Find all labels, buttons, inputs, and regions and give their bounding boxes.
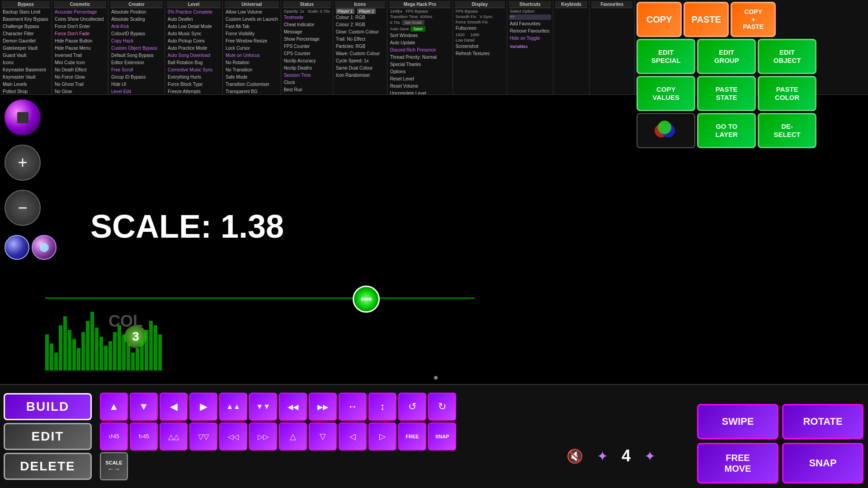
creator-copy-hack[interactable]: Copy Hack [110,38,163,45]
icons-cycle-speed[interactable]: Cycle Speed: 1x [335,57,385,65]
bypass-basement-key[interactable]: Basement Key Bypass [2,16,50,23]
megahack-sort-windows[interactable]: Sort Windows [389,32,451,39]
move-up-far-button[interactable]: ▲▲ [219,393,247,421]
cosmetic-mini-cube[interactable]: Mini Cube Icon [54,59,106,66]
flip-vertical-button[interactable]: ↕ [368,393,396,421]
level-auto-pickup-coins[interactable]: Auto Pickup Coins [167,38,221,45]
level-auto-music-sync[interactable]: Auto Music Sync [167,30,221,38]
status-session-time[interactable]: Session Time [283,72,331,79]
status-clock[interactable]: Clock [283,79,331,86]
level-force-block-type[interactable]: Force Block Type [167,81,221,88]
level-auto-practice-mode[interactable]: Auto Practice Mode [167,45,221,52]
rotate-button[interactable]: ROTATE [782,404,863,439]
move-small-left-button[interactable]: ◁ [339,422,367,450]
megahack-reset-level[interactable]: Reset Level [389,75,451,83]
flip-horizontal-button[interactable]: ↔ [339,393,367,421]
right-half-button[interactable]: ▷▷ [249,422,277,450]
cosmetic-inversed-trail[interactable]: Inversed Trail [54,52,106,59]
paste-state-button[interactable]: PASTESTATE [697,76,756,111]
megahack-reset-volume[interactable]: Reset Volume [389,83,451,90]
bypass-main-levels[interactable]: Main Levels [2,81,50,88]
rotate-ccw-button[interactable]: ↺ [398,393,426,421]
cosmetic-no-force-glow[interactable]: No Force Glow [54,74,106,81]
bypass-challenge[interactable]: Challenge Bypass [2,23,50,30]
scale-transform-button[interactable]: SCALE ←→ [100,452,128,480]
cosmetic-hide-pause-btn[interactable]: Hide Pause Button [54,38,106,45]
left-half-button[interactable]: ◁◁ [219,422,247,450]
universal-fast-alt-tab[interactable]: Fast Alt-Tab [225,23,279,30]
deselect-button[interactable]: DE-SELECT [758,113,816,148]
megahack-special-thanks[interactable]: Special Thanks [389,61,451,68]
creator-colourid-bypass[interactable]: ColourID Bypass [110,30,163,38]
megahack-options[interactable]: Options [389,68,451,75]
creator-anti-kick[interactable]: Anti-Kick [110,23,163,30]
cosmetic-no-glow[interactable]: No Glow [54,88,106,94]
universal-no-rotation[interactable]: No Rotation [225,59,279,66]
level-auto-song-download[interactable]: Auto Song Download [167,52,221,59]
cosmetic-no-death-effect[interactable]: No Death Effect [54,66,106,74]
megahack-auto-update[interactable]: Auto Update [389,39,451,47]
move-small-up-button[interactable]: △ [279,422,307,450]
swipe-button[interactable]: SWIPE [697,404,778,439]
level-everything-hurts[interactable]: Everything Hurts [167,74,221,81]
build-mode-button[interactable]: BUILD [4,393,92,420]
rotate-cw-button[interactable]: ↻ [428,393,456,421]
status-cps-counter[interactable]: CPS Counter [283,50,331,57]
rotate-45cw-button[interactable]: ↻45 [130,422,158,450]
down-half-button[interactable]: ▽▽ [189,422,217,450]
creator-default-song-bypass[interactable]: Default Song Bypass [110,52,163,59]
cosmetic-hide-pause-menu[interactable]: Hide Pause Menu [54,45,106,52]
move-small-down-button[interactable]: ▽ [309,422,337,450]
creator-absolute-position[interactable]: Absolute Position [110,9,163,16]
status-attempts[interactable]: Attempts [283,94,331,94]
universal-transition-customiser[interactable]: Transition Customiser [225,81,279,88]
free-button[interactable]: FREE [398,422,426,450]
copy-paste-button[interactable]: COPY+PASTE [731,2,776,37]
bypass-keymaster-basement[interactable]: Keymaster Basement [2,66,50,74]
creator-absolute-scaling[interactable]: Absolute Scaling [110,16,163,23]
status-testmode[interactable]: Testmode [283,14,331,21]
move-down-far-button[interactable]: ▼▼ [249,393,277,421]
universal-no-transition[interactable]: No Transition [225,66,279,74]
bypass-icons[interactable]: Icons [2,59,50,66]
universal-lock-cursor[interactable]: Lock Cursor [225,45,279,52]
bypass-guard-vault[interactable]: Guard Vault [2,52,50,59]
universal-force-visibility[interactable]: Force Visibility [225,30,279,38]
icons-wave-custom[interactable]: Wave: Custom Colour [335,50,385,57]
pink-orb[interactable] [32,235,57,260]
creator-custom-object-bypass[interactable]: Custom Object Bypass [110,45,163,52]
creator-group-id-bypass[interactable]: Group ID Bypass [110,74,163,81]
go-to-layer-button[interactable]: GO TOLAYER [697,113,756,148]
display-refresh-textures[interactable]: Refresh Textures [455,50,505,57]
bypass-backup-stars[interactable]: Backup Stars Limit [2,9,50,16]
shortcuts-hide-on-toggle[interactable]: Hide on Toggle [509,35,551,42]
edit-group-button[interactable]: EDITGROUP [697,39,756,74]
level-freeze-attempts[interactable]: Freeze Attempts [167,88,221,94]
icons-trail-no-effect[interactable]: Trail: No Effect [335,36,385,43]
move-small-right-button[interactable]: ▷ [368,422,396,450]
bypass-keymaster-vault[interactable]: Keymaster Vault [2,74,50,81]
icons-particles-rgb[interactable]: Particles: RGB [335,43,385,50]
icons-icon-randomiser[interactable]: Icon Randomiser [335,72,385,79]
zoom-out-button[interactable]: − [5,190,41,226]
cosmetic-no-ghost-trail[interactable]: No Ghost Trail [54,81,106,88]
zoom-in-button[interactable]: + [5,145,41,181]
bypass-demon-gauntlet[interactable]: Demon Gauntlet [2,38,50,45]
megahack-thread-priority[interactable]: Thread Priority: Normal [389,54,451,61]
move-left-button[interactable]: ◀ [160,393,188,421]
megahack-uncomplete-level[interactable]: Uncomplete Level [389,90,451,94]
edit-mode-button[interactable]: EDIT [4,423,92,450]
move-right-button[interactable]: ▶ [189,393,217,421]
level-0pct-practice[interactable]: 0% Practice Complete [167,9,221,16]
blue-orb[interactable] [5,235,29,260]
universal-allow-low-volume[interactable]: Allow Low Volume [225,9,279,16]
icons-colour1[interactable]: Colour 1: RGB [335,14,385,21]
level-auto-deafen[interactable]: Auto Deafen [167,16,221,23]
creator-hide-ui[interactable]: Hide UI [110,81,163,88]
paste-button[interactable]: PASTE [684,2,729,37]
shortcuts-add-favourites[interactable]: Add Favourites: [509,20,551,28]
level-auto-low-detail[interactable]: Auto Low Detail Mode [167,23,221,30]
cosmetic-accurate-pct[interactable]: Accurate Percentage [54,9,106,16]
snap-main-button[interactable]: SNAP [782,443,863,483]
status-show-percentage[interactable]: Show Percentage [283,36,331,43]
